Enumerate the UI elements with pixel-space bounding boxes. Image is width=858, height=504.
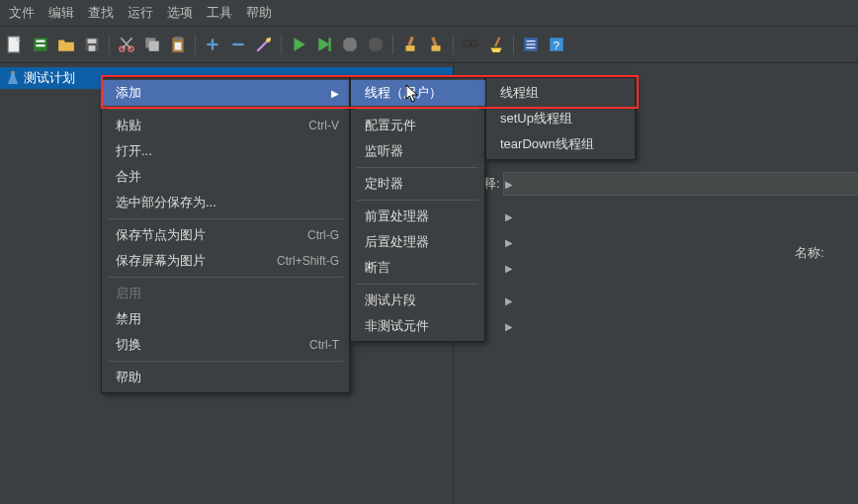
svg-point-30 xyxy=(464,41,471,47)
svg-rect-40 xyxy=(11,71,15,73)
svg-rect-14 xyxy=(175,37,182,40)
menu-item-label: 后置处理器 xyxy=(365,233,429,251)
expand-icon[interactable] xyxy=(202,34,223,55)
context-menu-item-3[interactable]: 打开... xyxy=(102,138,349,164)
submenu-add-item-5[interactable]: 定时器▶ xyxy=(351,171,523,197)
submenu-threads-item-1[interactable]: setUp线程组 xyxy=(486,106,658,131)
paste-icon[interactable] xyxy=(167,34,189,55)
context-menu-item-11[interactable]: 禁用 xyxy=(102,306,349,332)
submenu-add-item-8[interactable]: 后置处理器▶ xyxy=(351,229,523,255)
menu-item-label: tearDown线程组 xyxy=(500,135,594,153)
menu-item-label: 打开... xyxy=(116,142,152,160)
svg-rect-3 xyxy=(37,44,45,46)
comments-field[interactable] xyxy=(503,172,858,196)
svg-rect-15 xyxy=(175,42,182,50)
svg-rect-12 xyxy=(149,42,159,51)
menu-help[interactable]: 帮助 xyxy=(239,2,279,24)
menu-separator xyxy=(357,284,478,285)
start-icon[interactable] xyxy=(288,34,309,55)
menu-tools[interactable]: 工具 xyxy=(200,2,239,24)
new-template-icon[interactable] xyxy=(30,34,51,55)
shutdown-icon[interactable] xyxy=(365,34,386,55)
copy-icon[interactable] xyxy=(141,34,163,55)
reset-search-icon[interactable] xyxy=(485,34,507,55)
clear-all-icon[interactable] xyxy=(425,34,447,55)
tree-item-label: 测试计划 xyxy=(24,69,75,87)
submenu-arrow-icon: ▶ xyxy=(505,179,513,190)
menu-item-shortcut: Ctrl-T xyxy=(309,338,339,352)
open-icon[interactable] xyxy=(55,34,77,55)
submenu-arrow-icon: ▶ xyxy=(505,237,513,248)
menu-edit[interactable]: 编辑 xyxy=(42,2,81,24)
submenu-arrow-icon: ▶ xyxy=(331,88,339,99)
menu-item-label: 线程（用户） xyxy=(365,84,442,102)
context-menu-item-10: 启用 xyxy=(102,281,349,306)
search-icon[interactable] xyxy=(460,34,481,55)
submenu-threads-item-0[interactable]: 线程组 xyxy=(486,80,658,106)
svg-marker-22 xyxy=(318,38,329,51)
context-menu-item-0[interactable]: 添加▶ xyxy=(102,80,349,106)
toggle-icon[interactable] xyxy=(253,34,275,55)
menu-separator xyxy=(108,109,343,110)
menu-separator xyxy=(357,167,478,168)
context-menu-item-7[interactable]: 保存节点为图片Ctrl-G xyxy=(102,222,349,248)
submenu-arrow-icon: ▶ xyxy=(505,211,513,222)
menu-item-label: 保存节点为图片 xyxy=(116,226,206,244)
svg-rect-29 xyxy=(432,45,441,51)
svg-rect-28 xyxy=(431,37,437,46)
submenu-threads: 线程组setUp线程组tearDown线程组 xyxy=(485,77,636,160)
menu-item-label: 保存屏幕为图片 xyxy=(116,252,206,270)
context-menu-item-4[interactable]: 合并 xyxy=(102,164,349,190)
menu-item-label: 帮助 xyxy=(116,369,141,386)
menu-item-label: 合并 xyxy=(116,168,141,186)
cut-icon[interactable] xyxy=(116,34,137,55)
submenu-threads-item-2[interactable]: tearDown线程组 xyxy=(486,131,658,157)
svg-rect-6 xyxy=(89,45,96,51)
menu-item-label: 非测试元件 xyxy=(365,317,429,335)
function-helper-icon[interactable] xyxy=(520,34,542,55)
submenu-add-item-7[interactable]: 前置处理器▶ xyxy=(351,204,523,229)
context-menu-item-12[interactable]: 切换Ctrl-T xyxy=(102,332,349,358)
menu-options[interactable]: 选项 xyxy=(160,2,200,24)
svg-text:?: ? xyxy=(554,40,559,51)
new-file-icon[interactable] xyxy=(4,34,26,55)
submenu-arrow-icon: ▶ xyxy=(505,321,513,332)
stop-icon[interactable] xyxy=(339,34,361,55)
svg-point-20 xyxy=(266,38,271,42)
help-icon[interactable]: ? xyxy=(546,34,567,55)
submenu-arrow-icon: ▶ xyxy=(505,295,513,306)
menu-item-label: 定时器 xyxy=(365,175,403,193)
submenu-add-item-12[interactable]: 非测试元件▶ xyxy=(351,313,523,339)
menu-item-shortcut: Ctrl+Shift-G xyxy=(277,254,339,268)
context-menu: 添加▶粘贴Ctrl-V打开...合并选中部分保存为...保存节点为图片Ctrl-… xyxy=(101,77,350,393)
context-menu-item-14[interactable]: 帮助 xyxy=(102,365,349,390)
submenu-add-item-9[interactable]: 断言▶ xyxy=(351,255,523,281)
collapse-icon[interactable] xyxy=(227,34,249,55)
save-icon[interactable] xyxy=(81,34,103,55)
menu-run[interactable]: 运行 xyxy=(121,2,160,24)
menubar: 文件 编辑 查找 运行 选项 工具 帮助 xyxy=(0,0,858,26)
menu-file[interactable]: 文件 xyxy=(2,2,42,24)
menu-item-label: 线程组 xyxy=(500,84,539,102)
context-menu-item-8[interactable]: 保存屏幕为图片Ctrl+Shift-G xyxy=(102,248,349,274)
svg-marker-21 xyxy=(295,38,305,51)
start-no-timers-icon[interactable] xyxy=(313,34,335,55)
menu-item-label: 监听器 xyxy=(365,142,403,160)
name-label: 名称: xyxy=(795,244,824,262)
menu-item-label: 断言 xyxy=(365,259,390,277)
context-menu-item-2[interactable]: 粘贴Ctrl-V xyxy=(102,113,349,138)
svg-rect-2 xyxy=(37,41,45,42)
svg-marker-24 xyxy=(343,38,357,51)
svg-rect-26 xyxy=(408,37,414,46)
svg-rect-27 xyxy=(406,45,415,51)
submenu-add-item-11[interactable]: 测试片段▶ xyxy=(351,288,523,313)
menu-item-label: 切换 xyxy=(116,336,141,354)
menu-search[interactable]: 查找 xyxy=(81,2,121,24)
svg-rect-5 xyxy=(88,39,97,43)
context-menu-item-5[interactable]: 选中部分保存为... xyxy=(102,190,349,215)
clear-icon[interactable] xyxy=(399,34,421,55)
menu-item-label: 测试片段 xyxy=(365,292,416,309)
menu-item-label: 粘贴 xyxy=(116,117,141,134)
menu-item-label: 禁用 xyxy=(116,310,141,328)
svg-rect-33 xyxy=(494,37,500,46)
